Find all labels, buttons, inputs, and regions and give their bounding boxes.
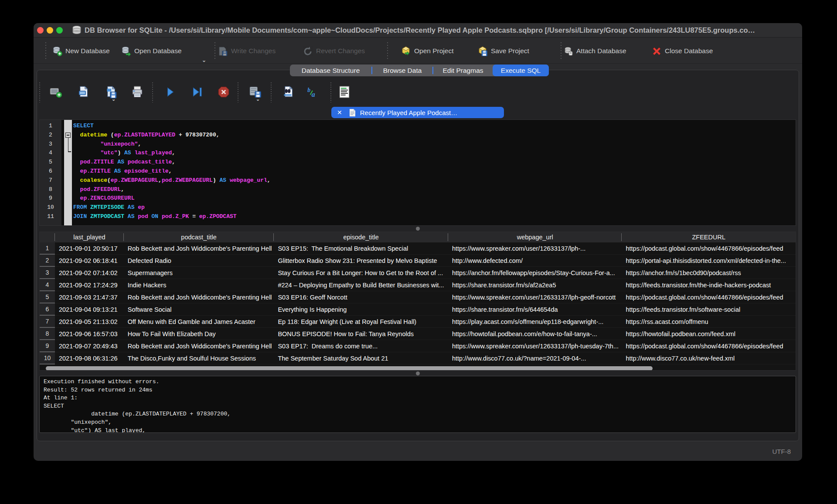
open-project-button[interactable]: Open Project — [401, 43, 453, 59]
find-in-sql-icon[interactable] — [281, 85, 294, 99]
cell[interactable]: https://www.spreaker.com/user/12633137/l… — [448, 291, 622, 303]
cell[interactable]: The September Saturday Sod About 21 — [274, 352, 448, 364]
cell[interactable]: https://share.transistor.fm/s/af2a2ea5 — [448, 279, 622, 291]
new-database-button[interactable]: New Database — [52, 43, 110, 59]
cell[interactable]: #224 – Deploying Empathy to Build Better… — [274, 279, 448, 291]
cell[interactable]: Glitterbox Radio Show 231: Presented by … — [274, 255, 448, 267]
print-icon[interactable] — [131, 85, 144, 99]
cell[interactable]: https://www.spreaker.com/user/12633137/l… — [448, 340, 622, 352]
tab-database-structure[interactable]: Database Structure — [290, 65, 371, 76]
column-header-webpage_url[interactable]: webpage_url — [448, 232, 622, 242]
cell[interactable]: Off Menu with Ed Gamble and James Acaste… — [124, 316, 274, 328]
minimize-window-button[interactable] — [47, 27, 53, 34]
cell[interactable]: https://rss.acast.com/offmenu — [622, 316, 796, 328]
cell[interactable]: 2021-09-02 06:18:41 — [55, 255, 124, 267]
cell[interactable]: https://www.spreaker.com/user/12633137/l… — [448, 242, 622, 255]
cell[interactable]: The Disco,Funky and Soulful House Sessio… — [124, 352, 274, 364]
cell[interactable]: 2021-09-05 21:13:02 — [55, 316, 124, 328]
sql-editor[interactable]: 1SELECT2 datetime (ep.ZLASTDATEPLAYED + … — [39, 119, 796, 226]
cell[interactable]: http://www.defected.com/ — [448, 255, 622, 267]
stop-execution-icon[interactable] — [217, 85, 230, 99]
cell[interactable]: http://www.disco77.co.uk/new-feed.xml — [622, 352, 796, 364]
column-header-podcast_title[interactable]: podcast_title — [124, 232, 274, 242]
fold-collapse-icon[interactable] — [65, 133, 71, 138]
cell[interactable]: https://podcast.global.com/show/4467866/… — [622, 242, 796, 255]
cell[interactable]: https://anchor.fm/s/1bec0d90/podcast/rss — [622, 267, 796, 279]
cell[interactable]: Supermanagers — [124, 267, 274, 279]
cell[interactable]: https://podcast.global.com/show/4467866/… — [622, 340, 796, 352]
log-line: datetime (ep.ZLASTDATEPLAYED + 978307200… — [44, 410, 792, 419]
close-window-button[interactable] — [37, 27, 44, 34]
save-sql-file-dropdown-chevron-icon[interactable]: ⌄ — [112, 96, 116, 102]
table-row[interactable]: 92021-09-07 20:49:43Rob Beckett and Josh… — [40, 340, 796, 352]
tab-edit-pragmas[interactable]: Edit Pragmas — [433, 65, 493, 76]
cell[interactable]: BONUS EPISODE! How to Fail: Tanya Reynol… — [274, 328, 448, 340]
open-database-button[interactable]: Open Database — [121, 43, 182, 59]
table-row[interactable]: 52021-09-03 21:47:37Rob Beckett and Josh… — [40, 291, 796, 303]
close-database-button[interactable]: Close Database — [652, 43, 713, 59]
cell[interactable]: https://portal-api.thisisdistorted.com/x… — [622, 255, 796, 267]
cell[interactable]: https://feeds.transistor.fm/the-indie-ha… — [622, 279, 796, 291]
cell[interactable]: Defected Radio — [124, 255, 274, 267]
cell[interactable]: https://podcast.global.com/show/4467866/… — [622, 291, 796, 303]
cell[interactable]: https://howtofail.podbean.com/feed.xml — [622, 328, 796, 340]
cell[interactable]: Software Social — [124, 303, 274, 316]
zoom-window-button[interactable] — [56, 27, 63, 34]
cell[interactable]: 2021-09-01 20:50:17 — [55, 242, 124, 255]
table-row[interactable]: 32021-09-02 07:14:02SupermanagersStay Cu… — [40, 267, 796, 279]
cell[interactable]: How To Fail With Elizabeth Day — [124, 328, 274, 340]
cell[interactable]: Ep 118: Edgar Wright (Live at Royal Fest… — [274, 316, 448, 328]
open-database-dropdown-chevron-icon[interactable]: ⌄ — [202, 57, 206, 63]
table-output-splitter-handle[interactable] — [416, 371, 420, 375]
cell[interactable]: Everything Is Happening — [274, 303, 448, 316]
tab-execute-sql[interactable]: Execute SQL — [493, 65, 549, 76]
table-row[interactable]: 82021-09-06 16:57:03How To Fail With Eli… — [40, 328, 796, 340]
cell[interactable]: https://howtofail.podbean.com/e/how-to-f… — [448, 328, 622, 340]
attach-database-button[interactable]: Attach Database — [563, 43, 626, 59]
column-header-last_played[interactable]: last_played — [55, 232, 124, 242]
cell[interactable]: 2021-09-04 09:13:21 — [55, 303, 124, 316]
cell[interactable]: 2021-09-03 21:47:37 — [55, 291, 124, 303]
cell[interactable]: Rob Beckett and Josh Widdicombe's Parent… — [124, 340, 274, 352]
execute-current-line-icon[interactable] — [191, 85, 204, 99]
title-bar[interactable]: DB Browser for SQLite - /Users/si/Librar… — [34, 23, 802, 37]
column-header-ZFEEDURL[interactable]: ZFEEDURL — [622, 232, 796, 242]
cell[interactable]: S03 EP16: Geoff Norcott — [274, 291, 448, 303]
tab-browse-data[interactable]: Browse Data — [372, 65, 432, 76]
cell[interactable]: https://feeds.transistor.fm/software-soc… — [622, 303, 796, 316]
table-row[interactable]: 72021-09-05 21:13:02Off Menu with Ed Gam… — [40, 316, 796, 328]
table-row[interactable]: 102021-09-08 06:31:26The Disco,Funky and… — [40, 352, 796, 364]
cell[interactable]: https://anchor.fm/fellowapp/episodes/Sta… — [448, 267, 622, 279]
cell[interactable]: Rob Beckett and Josh Widdicombe's Parent… — [124, 291, 274, 303]
horizontal-scrollbar-thumb[interactable] — [46, 366, 653, 371]
cell[interactable]: S03 EP15: The Emotional Breakdown Specia… — [274, 242, 448, 255]
cell[interactable]: https://share.transistor.fm/s/644654da — [448, 303, 622, 316]
sql-editor-tab[interactable]: ✕ Recently Played Apple Podcast… — [331, 107, 504, 118]
save-results-dropdown-chevron-icon[interactable]: ⌄ — [256, 96, 260, 102]
text-format-icon[interactable]: ba — [306, 85, 320, 99]
table-row[interactable]: 42021-09-02 17:24:29Indie Hackers#224 – … — [40, 279, 796, 291]
cell[interactable]: Rob Beckett and Josh Widdicombe's Parent… — [124, 242, 274, 255]
cell[interactable]: https://play.acast.com/s/offmenu/ep118-e… — [448, 316, 622, 328]
cell[interactable]: 2021-09-07 20:49:43 — [55, 340, 124, 352]
cell[interactable]: 2021-09-02 07:14:02 — [55, 267, 124, 279]
open-sql-file-icon[interactable] — [77, 85, 90, 99]
editor-table-splitter-handle[interactable] — [416, 227, 420, 231]
table-row[interactable]: 12021-09-01 20:50:17Rob Beckett and Josh… — [40, 242, 796, 255]
close-tab-icon[interactable]: ✕ — [337, 109, 342, 116]
cell[interactable]: 2021-09-08 06:31:26 — [55, 352, 124, 364]
table-row[interactable]: 22021-09-02 06:18:41Defected RadioGlitte… — [40, 255, 796, 267]
cell[interactable]: S03 EP17: Dreams do come true... — [274, 340, 448, 352]
new-sql-tab-icon[interactable] — [49, 85, 62, 99]
sql-line: 9 ep.ZENCLOSUREURL — [40, 194, 796, 203]
cell[interactable]: http://www.disco77.co.uk/?name=2021-09-0… — [448, 352, 622, 364]
cell[interactable]: 2021-09-02 17:24:29 — [55, 279, 124, 291]
cell[interactable]: Stay Curious For a Bit Longer: How to Ge… — [274, 267, 448, 279]
table-row[interactable]: 62021-09-04 09:13:21Software SocialEvery… — [40, 303, 796, 316]
save-project-button[interactable]: Save Project — [478, 43, 529, 59]
format-log-icon[interactable] — [338, 85, 351, 99]
execute-all-icon[interactable] — [163, 85, 177, 99]
column-header-episode_title[interactable]: episode_title — [274, 232, 448, 242]
cell[interactable]: 2021-09-06 16:57:03 — [55, 328, 124, 340]
cell[interactable]: Indie Hackers — [124, 279, 274, 291]
